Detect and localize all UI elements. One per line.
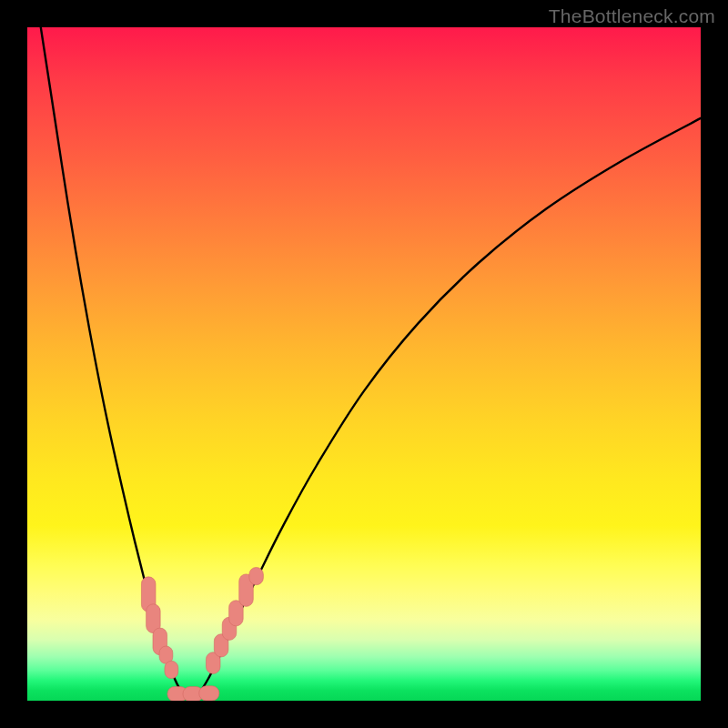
curve-marker xyxy=(165,661,178,678)
marker-group xyxy=(141,567,263,701)
watermark-text: TheBottleneck.com xyxy=(549,5,715,27)
curve-marker xyxy=(199,686,219,701)
chart-frame: TheBottleneck.com xyxy=(0,0,728,728)
bottleneck-curve xyxy=(41,27,701,698)
curve-marker xyxy=(249,567,264,584)
plot-area xyxy=(27,27,701,701)
curve-layer xyxy=(27,27,701,701)
